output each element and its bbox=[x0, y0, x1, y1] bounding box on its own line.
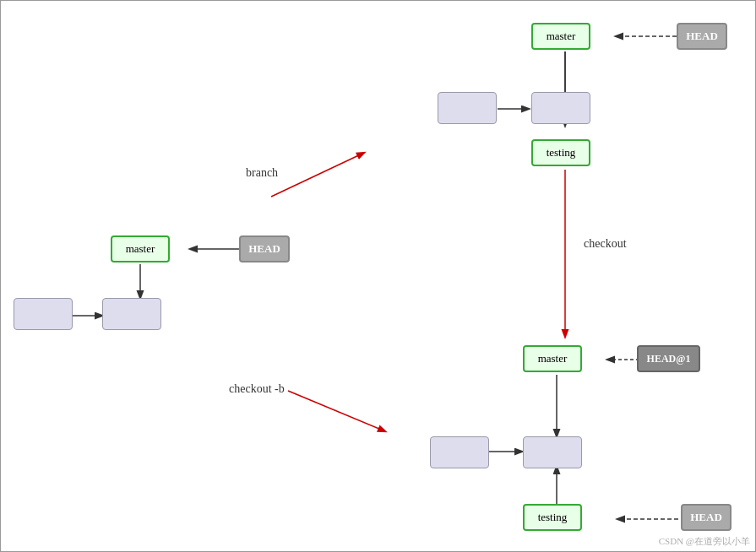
branch-testing-bottom: testing bbox=[523, 504, 582, 531]
head-left: HEAD bbox=[239, 235, 290, 262]
commit-top-right bbox=[531, 92, 590, 124]
checkout-b-label: checkout -b bbox=[229, 382, 285, 396]
head-top: HEAD bbox=[677, 23, 727, 50]
commit-left-right bbox=[102, 298, 161, 330]
commit-mid-right bbox=[523, 436, 582, 468]
checkout-label: checkout bbox=[584, 237, 627, 251]
svg-line-13 bbox=[271, 153, 364, 197]
branch-master-top: master bbox=[531, 23, 590, 50]
watermark: CSDN @在道旁以小羊 bbox=[659, 535, 750, 548]
branch-master-mid: master bbox=[523, 345, 582, 372]
diagram-container: master HEAD testing checkout master HEAD… bbox=[0, 0, 756, 552]
branch-master-left: master bbox=[111, 235, 170, 262]
branch-label: branch bbox=[246, 166, 278, 180]
head-bottom: HEAD bbox=[681, 504, 732, 531]
svg-line-14 bbox=[288, 391, 385, 431]
commit-mid-left bbox=[430, 436, 489, 468]
head-at-1: HEAD@1 bbox=[637, 345, 700, 372]
commit-top-left bbox=[438, 92, 497, 124]
commit-left-left bbox=[14, 298, 73, 330]
branch-testing-top: testing bbox=[531, 139, 590, 166]
arrows-layer bbox=[1, 1, 756, 552]
